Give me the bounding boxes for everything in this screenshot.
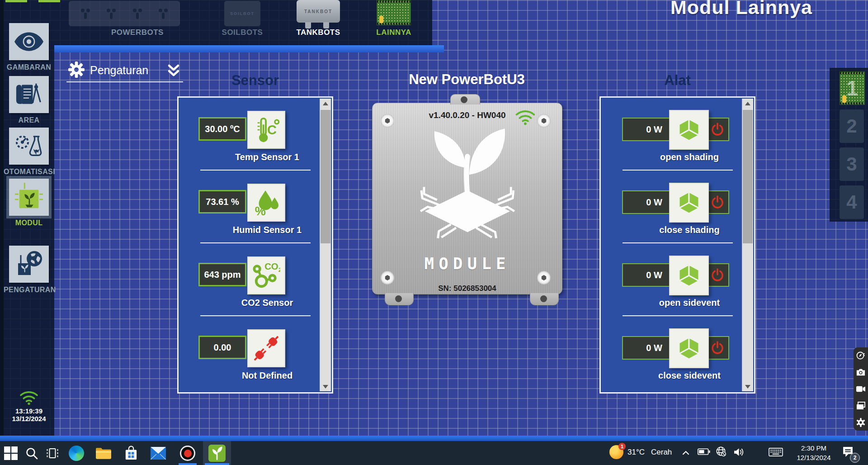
- sensor-value: 643 ppm: [198, 263, 246, 286]
- battery-icon[interactable]: [698, 448, 710, 457]
- tab-powerbots[interactable]: POWERBOTS: [70, 0, 205, 45]
- weather-temp[interactable]: 31°C: [627, 448, 645, 457]
- soilbots-thumbnail: SOILBOT: [224, 1, 260, 26]
- device-wifi-icon: [515, 109, 536, 128]
- device-title: New PowerBotU3: [372, 71, 561, 88]
- sensor-row-co2[interactable]: 643 ppm CO2 CO2 Sensor: [179, 243, 320, 316]
- tankbots-thumbnail: TANKBOT: [297, 0, 340, 23]
- weather-desc[interactable]: Cerah: [651, 448, 672, 457]
- edge-browser-icon[interactable]: [67, 444, 85, 462]
- sidebar-item-otomatisasi[interactable]: OTOMATISASI: [4, 128, 54, 176]
- tankbot-nozzle: [323, 22, 329, 28]
- power-toggle-icon[interactable]: [710, 341, 725, 355]
- sidebar-item-pengaturan[interactable]: PENGATURAN: [4, 246, 54, 294]
- actuator-row-open-shading[interactable]: 0 W open shading: [601, 98, 742, 171]
- gauge-flask-icon: [15, 134, 43, 158]
- video-camera-icon[interactable]: [856, 384, 865, 394]
- tab-lainnya[interactable]: LAINNYA: [360, 0, 428, 45]
- scroll-down-icon[interactable]: [742, 381, 753, 391]
- scroll-up-icon[interactable]: [320, 99, 331, 109]
- sidebar-item-label: OTOMATISASI: [4, 168, 54, 176]
- tab-tankbots[interactable]: TANKBOT TANKBOTS: [284, 0, 352, 45]
- actuator-label: close shading: [641, 225, 738, 235]
- taskbar-date: 12/13/2024: [790, 453, 837, 462]
- power-outlet-icon: [155, 5, 172, 22]
- microsoft-store-icon[interactable]: [122, 444, 140, 462]
- mail-icon[interactable]: [149, 444, 167, 462]
- plant-chip-logo: [411, 126, 524, 254]
- power-outlet-icon: [77, 5, 94, 22]
- sensor-row-temp[interactable]: 30.00 ºC C Temp Sensor 1: [179, 98, 320, 171]
- gear-icon[interactable]: [856, 418, 865, 427]
- pcb-pins: [377, 0, 410, 3]
- desktop: POWERBOTS SOILBOT SOILBOTS TANKBOT TANKB…: [0, 0, 868, 465]
- power-toggle-icon[interactable]: [710, 268, 725, 282]
- power-toggle-icon[interactable]: [710, 122, 725, 137]
- sidebar-item-modul[interactable]: MODUL: [4, 179, 54, 227]
- power-outlet-icon: [103, 5, 120, 22]
- touch-keyboard-icon[interactable]: [769, 448, 783, 458]
- actuator-label: close sidevent: [641, 370, 738, 381]
- app-window: POWERBOTS SOILBOT SOILBOTS TANKBOT TANKB…: [0, 0, 868, 441]
- compass-icon[interactable]: [856, 351, 865, 360]
- app-clock-date: 13/12/2024: [4, 415, 54, 422]
- top-green-bar: [5, 0, 27, 2]
- sidebar-item-label: PENGATURAN: [4, 286, 54, 294]
- capture-toolbar: [854, 347, 868, 431]
- notification-badge: 2: [850, 453, 860, 463]
- speaker-icon[interactable]: [733, 447, 745, 459]
- power-toggle-icon[interactable]: [710, 195, 725, 209]
- tab-soilbots-label: SOILBOTS: [208, 28, 276, 37]
- lainnya-thumbnail: [377, 0, 411, 25]
- sensor-row-undefined[interactable]: 0.00 Not Defined: [179, 316, 320, 389]
- actuator-row-close-sidevent[interactable]: 0 W close sidevent: [601, 316, 742, 389]
- globe-module-icon: [14, 251, 43, 278]
- running-indicator: [205, 463, 229, 465]
- module-strip-item-3[interactable]: 3: [840, 147, 864, 181]
- camera-icon[interactable]: [856, 368, 865, 377]
- screen-recorder-icon[interactable]: [179, 444, 197, 462]
- sensor-value: 30.00 ºC: [198, 117, 246, 141]
- action-center-icon[interactable]: 2: [842, 446, 854, 460]
- weather-icon[interactable]: 1: [609, 445, 623, 459]
- humidity-icon: %: [247, 184, 285, 222]
- start-button[interactable]: [2, 444, 20, 462]
- mount-hole: [395, 295, 402, 302]
- settings-button-label: Pengaturan: [90, 64, 148, 77]
- scrollbar-thumb[interactable]: [743, 110, 753, 243]
- scroll-up-icon[interactable]: [742, 99, 753, 109]
- actuator-row-open-sidevent[interactable]: 0 W open sidevent: [601, 243, 742, 316]
- sidebar-item-area[interactable]: AREA: [4, 76, 54, 124]
- tab-highlight-bar: [54, 45, 444, 52]
- taskbar-time: 2:30 PM: [790, 443, 837, 453]
- actuator-row-close-shading[interactable]: 0 W close shading: [601, 171, 742, 243]
- sensor-label: Humid Sensor 1: [218, 225, 316, 235]
- scrollbar-thumb[interactable]: [321, 110, 330, 243]
- actuator-scrollbar[interactable]: [742, 99, 753, 391]
- sidebar-item-gambaran[interactable]: GAMBARAN: [4, 23, 54, 71]
- tab-tankbots-label: TANKBOTS: [284, 28, 352, 37]
- tray-chevron-up-icon[interactable]: [682, 449, 690, 457]
- connection-clock: 13:19:39 13/12/2024: [4, 390, 54, 422]
- sensor-label: CO2 Sensor: [218, 298, 316, 308]
- tab-lainnya-label: LAINNYA: [360, 28, 428, 37]
- module-strip-item-2[interactable]: 2: [840, 109, 864, 143]
- task-view-button[interactable]: [43, 444, 61, 462]
- cube-icon: [669, 110, 709, 150]
- network-globe-icon[interactable]: [716, 446, 726, 458]
- plate-mount-foot: [530, 293, 559, 305]
- settings-button[interactable]: Pengaturan: [66, 61, 184, 83]
- module-strip-item-1[interactable]: 1: [840, 71, 865, 105]
- taskbar-clock[interactable]: 2:30 PM 12/13/2024: [790, 443, 837, 462]
- file-explorer-icon[interactable]: [94, 444, 113, 462]
- scroll-down-icon[interactable]: [320, 381, 331, 391]
- search-button[interactable]: [23, 444, 41, 462]
- module-strip-item-4[interactable]: 4: [840, 185, 864, 219]
- tankbot-nozzle: [305, 22, 311, 28]
- tab-soilbots[interactable]: SOILBOT SOILBOTS: [208, 0, 276, 45]
- windows-layers-icon[interactable]: [856, 401, 865, 410]
- sensor-scrollbar[interactable]: [320, 99, 331, 391]
- actuator-label: open sidevent: [641, 298, 738, 308]
- garden-app-icon[interactable]: [208, 444, 226, 462]
- sensor-row-humidity[interactable]: 73.61 % % Humid Sensor 1: [179, 171, 320, 243]
